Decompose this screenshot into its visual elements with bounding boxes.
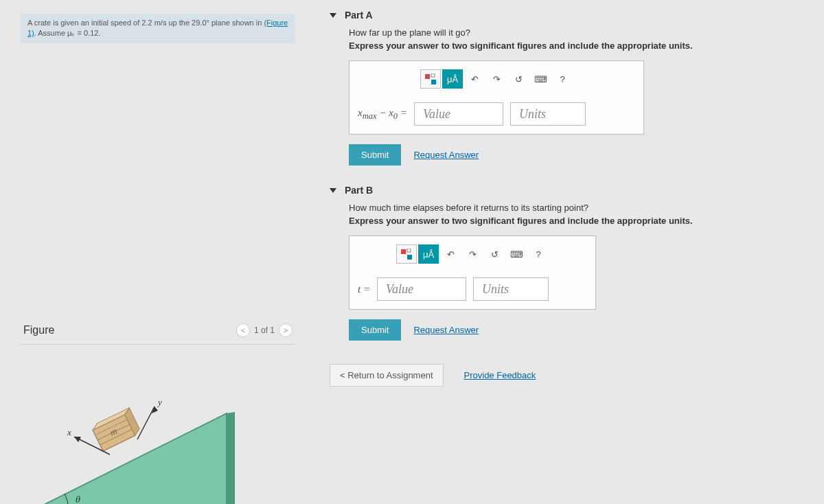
- return-label: Return to Assignment: [347, 370, 433, 380]
- problem-text-1: A crate is given an initial speed of 2.2…: [27, 19, 264, 27]
- reset-icon[interactable]: ↺: [484, 244, 505, 264]
- keyboard-icon[interactable]: ⌨: [506, 244, 527, 264]
- part-b-submit-button[interactable]: Submit: [349, 319, 401, 341]
- part-a-header[interactable]: Part A: [330, 7, 810, 27]
- part-b-title: Part B: [345, 185, 373, 196]
- svg-line-10: [137, 406, 154, 439]
- part-b-prompt: How much time elapses before it returns …: [349, 203, 810, 213]
- problem-text-2: . Assume μₖ = 0.12.: [34, 29, 101, 37]
- part-b-header[interactable]: Part B: [330, 182, 810, 203]
- figure-panel: Figure < 1 of 1 >: [21, 318, 295, 504]
- svg-text:θ: θ: [76, 494, 80, 504]
- keyboard-icon[interactable]: ⌨: [530, 69, 551, 89]
- return-button[interactable]: < Return to Assignment: [330, 364, 444, 387]
- svg-rect-20: [401, 249, 406, 254]
- part-a-title: Part A: [345, 10, 373, 21]
- part-a-request-answer[interactable]: Request Answer: [413, 150, 479, 160]
- undo-icon[interactable]: ↶: [440, 244, 461, 264]
- caret-down-icon: [330, 188, 336, 193]
- part-a-lhs: xmax − x0 =: [358, 107, 407, 122]
- help-button[interactable]: ?: [528, 244, 549, 264]
- figure-counter: 1 of 1: [254, 325, 275, 335]
- part-b-request-answer[interactable]: Request Answer: [413, 325, 479, 335]
- part-b-units-input[interactable]: Units: [473, 277, 549, 301]
- svg-rect-22: [407, 255, 412, 260]
- part-b-lhs: t =: [358, 284, 370, 295]
- provide-feedback[interactable]: Provide Feedback: [464, 370, 536, 380]
- part-a-units-input[interactable]: Units: [510, 102, 586, 126]
- figure-next-button[interactable]: >: [279, 323, 293, 337]
- part-a-instruct: Express your answer to two significant f…: [349, 41, 810, 51]
- redo-icon[interactable]: ↷: [486, 69, 507, 89]
- svg-rect-19: [431, 80, 436, 84]
- problem-statement: A crate is given an initial speed of 2.2…: [21, 14, 295, 43]
- units-button[interactable]: μÅ: [418, 244, 439, 264]
- template-icon[interactable]: [396, 244, 417, 264]
- svg-text:y: y: [157, 397, 162, 407]
- redo-icon[interactable]: ↷: [462, 244, 483, 264]
- svg-marker-2: [227, 412, 235, 504]
- svg-rect-18: [431, 73, 435, 77]
- part-a-answer-box: μÅ ↶ ↷ ↺ ⌨ ? xmax − x0 = Value Units: [349, 60, 644, 135]
- part-b-answer-box: μÅ ↶ ↷ ↺ ⌨ ? t = Value Units: [349, 236, 596, 310]
- figure-image: m y x θ: [21, 358, 268, 504]
- part-b-instruct: Express your answer to two significant f…: [349, 216, 810, 226]
- part-a-value-input[interactable]: Value: [414, 102, 503, 126]
- reset-icon[interactable]: ↺: [508, 69, 529, 89]
- svg-rect-17: [425, 74, 430, 79]
- undo-icon[interactable]: ↶: [464, 69, 485, 89]
- part-b-value-input[interactable]: Value: [377, 277, 466, 301]
- part-a-submit-button[interactable]: Submit: [349, 144, 401, 165]
- figure-prev-button[interactable]: <: [236, 323, 250, 337]
- units-button[interactable]: μÅ: [442, 69, 463, 89]
- part-a-prompt: How far up the plane will it go?: [349, 27, 810, 38]
- template-icon[interactable]: [420, 69, 441, 89]
- figure-title: Figure: [23, 324, 54, 336]
- caret-down-icon: [330, 13, 336, 18]
- svg-text:x: x: [67, 427, 71, 437]
- help-button[interactable]: ?: [552, 69, 573, 89]
- svg-rect-21: [407, 249, 411, 252]
